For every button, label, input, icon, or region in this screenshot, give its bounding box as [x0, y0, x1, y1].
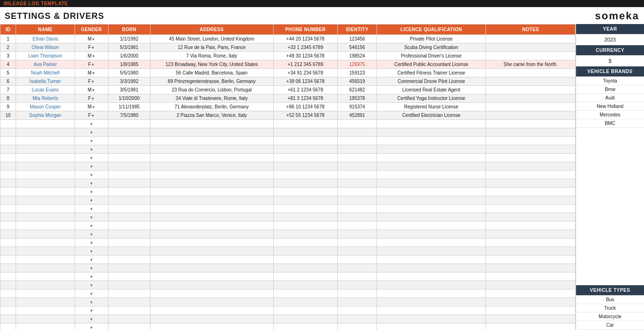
- cell-identity: 159123: [337, 69, 376, 77]
- gender-dropdown-arrow[interactable]: ▼: [90, 131, 93, 135]
- cell-empty: [337, 120, 376, 128]
- gender-dropdown-arrow[interactable]: ▼: [90, 173, 93, 177]
- cell-empty: [486, 128, 576, 137]
- cell-empty: ▼: [75, 289, 108, 298]
- cell-empty: [108, 188, 150, 196]
- cell-phone: +49 30 1234 5678: [273, 52, 337, 60]
- table-row-empty: ▼: [0, 188, 576, 196]
- cell-empty: [273, 137, 337, 145]
- cell-empty: [273, 120, 337, 128]
- table-row[interactable]: 1Ethan DavisM ▼1/1/199245 Main Street, L…: [0, 35, 576, 43]
- cell-empty: ▼: [75, 137, 108, 145]
- table-row[interactable]: 2Olivia WilsonF ▼5/3/198112 Rue de la Pa…: [0, 43, 576, 52]
- cell-name: Sophia Morgan: [16, 111, 75, 120]
- cell-identity: 198524: [337, 52, 376, 60]
- table-row-empty: ▼: [0, 137, 576, 145]
- vehicle-brand-item[interactable]: Audi: [576, 94, 644, 102]
- cell-phone: +39 06 1234 5678: [273, 77, 337, 86]
- gender-dropdown-arrow[interactable]: ▼: [90, 156, 93, 160]
- gender-dropdown-arrow[interactable]: ▼: [92, 71, 95, 75]
- table-row[interactable]: 5Noah MitchellM ▼5/5/198056 Calle Madrid…: [0, 69, 576, 77]
- gender-dropdown-arrow[interactable]: ▼: [91, 114, 95, 118]
- cell-empty: ▼: [75, 205, 108, 213]
- gender-dropdown-arrow[interactable]: ▼: [91, 63, 95, 67]
- vehicle-brand-item[interactable]: BMC: [576, 119, 644, 128]
- gender-dropdown-arrow[interactable]: ▼: [90, 224, 93, 228]
- vehicle-type-item[interactable]: Bus: [576, 296, 644, 304]
- currency-value[interactable]: $: [576, 56, 644, 66]
- gender-dropdown-arrow[interactable]: ▼: [90, 122, 93, 126]
- table-row[interactable]: 7Lucas EvansM ▼3/5/198123 Rua do Comérci…: [0, 86, 576, 94]
- vehicle-type-item[interactable]: Motorcycle: [576, 313, 644, 321]
- gender-dropdown-arrow[interactable]: ▼: [90, 249, 93, 254]
- vehicle-type-item[interactable]: Truck: [576, 304, 644, 313]
- cell-empty: [273, 145, 337, 154]
- cell-empty: [0, 289, 16, 298]
- gender-dropdown-arrow[interactable]: ▼: [92, 54, 95, 58]
- table-row[interactable]: 3Liam ThompsonM ▼1/6/20007 Via Roma, Rom…: [0, 52, 576, 60]
- gender-dropdown-arrow[interactable]: ▼: [91, 80, 95, 84]
- gender-dropdown-arrow[interactable]: ▼: [91, 46, 95, 50]
- gender-dropdown-arrow[interactable]: ▼: [90, 241, 93, 245]
- table-row[interactable]: 6Isabella TurnerF ▼3/3/199289 Prinzregen…: [0, 77, 576, 86]
- gender-dropdown-arrow[interactable]: ▼: [90, 232, 93, 237]
- cell-name: Lucas Evans: [16, 86, 75, 94]
- cell-empty: [376, 306, 485, 315]
- gender-dropdown-arrow[interactable]: ▼: [90, 300, 93, 305]
- year-section: YEAR 2023: [576, 24, 644, 45]
- cell-id: 10: [0, 111, 16, 120]
- vehicle-type-item[interactable]: Car: [576, 321, 644, 330]
- gender-dropdown-arrow[interactable]: ▼: [90, 309, 93, 313]
- cell-empty: [376, 120, 485, 128]
- table-row[interactable]: 4Ava ParkerF ▼1/8/1985123 Broadway, New …: [0, 60, 576, 69]
- table-row[interactable]: 8Mia RobertsF ▼1/10/200034 Viale di Tras…: [0, 94, 576, 103]
- gender-dropdown-arrow[interactable]: ▼: [90, 182, 93, 186]
- cell-licence: Certified Yoga Instructor License: [376, 94, 485, 103]
- gender-dropdown-arrow[interactable]: ▼: [90, 198, 93, 203]
- gender-dropdown-arrow[interactable]: ▼: [90, 139, 93, 143]
- gender-dropdown-arrow[interactable]: ▼: [90, 215, 93, 220]
- cell-empty: [0, 272, 16, 281]
- gender-dropdown-arrow[interactable]: ▼: [90, 275, 93, 279]
- cell-empty: [16, 306, 75, 315]
- gender-dropdown-arrow[interactable]: ▼: [90, 317, 93, 322]
- gender-dropdown-arrow[interactable]: ▼: [92, 88, 95, 92]
- gender-dropdown-arrow[interactable]: ▼: [90, 190, 93, 194]
- cell-id: 6: [0, 77, 16, 86]
- gender-dropdown-arrow[interactable]: ▼: [90, 326, 93, 330]
- cell-id: 5: [0, 69, 16, 77]
- cell-identity: 621482: [337, 86, 376, 94]
- cell-phone: +81 3 1234 5678: [273, 94, 337, 103]
- gender-dropdown-arrow[interactable]: ▼: [90, 207, 93, 211]
- table-row-empty: ▼: [0, 306, 576, 315]
- table-row[interactable]: 10Sophia MorganF ▼7/5/19802 Piazza San M…: [0, 111, 576, 120]
- table-row-empty: ▼: [0, 323, 576, 330]
- vehicle-brand-item[interactable]: Toyota: [576, 77, 644, 85]
- vehicle-brand-item[interactable]: New Holland: [576, 102, 644, 111]
- cell-address: 12 Rue de la Paix, Paris, France: [150, 43, 273, 52]
- cell-empty: [16, 213, 75, 222]
- cell-empty: [150, 247, 273, 256]
- gender-dropdown-arrow[interactable]: ▼: [91, 97, 95, 101]
- gender-dropdown-arrow[interactable]: ▼: [90, 266, 93, 271]
- table-row-empty: ▼: [0, 120, 576, 128]
- cell-empty: [0, 213, 16, 222]
- cell-empty: [0, 205, 16, 213]
- gender-dropdown-arrow[interactable]: ▼: [90, 258, 93, 262]
- gender-dropdown-arrow[interactable]: ▼: [90, 165, 93, 169]
- cell-empty: [337, 315, 376, 323]
- gender-dropdown-arrow[interactable]: ▼: [92, 37, 95, 41]
- cell-empty: ▼: [75, 120, 108, 128]
- table-row[interactable]: 9Mason CooperM ▼1/11/198571 Alexanderpla…: [0, 103, 576, 111]
- vehicle-brand-item[interactable]: Bmw: [576, 85, 644, 94]
- cell-empty: [376, 128, 485, 137]
- gender-dropdown-arrow[interactable]: ▼: [92, 105, 95, 109]
- cell-empty: [273, 281, 337, 289]
- vehicle-brand-item[interactable]: Mercedes: [576, 111, 644, 119]
- cell-empty: [16, 188, 75, 196]
- gender-dropdown-arrow[interactable]: ▼: [90, 292, 93, 296]
- gender-dropdown-arrow[interactable]: ▼: [90, 148, 93, 152]
- gender-dropdown-arrow[interactable]: ▼: [90, 283, 93, 288]
- year-value[interactable]: 2023: [576, 34, 644, 45]
- cell-empty: [376, 222, 485, 230]
